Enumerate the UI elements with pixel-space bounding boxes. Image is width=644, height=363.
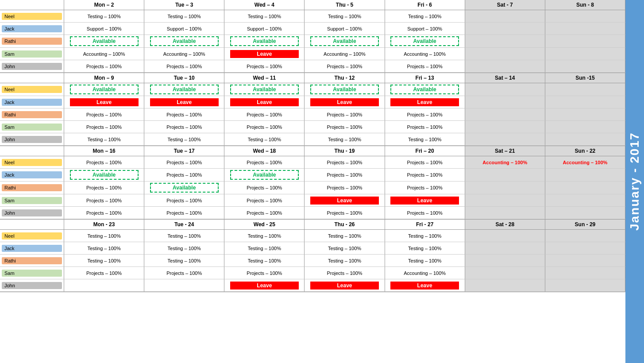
person-row-w3-r4: JohnLeaveLeaveLeave [0,279,625,292]
cell-text-value: Projects – 100% [86,64,122,69]
cell-w1-r3-d0: Projects – 100% [64,121,144,133]
cell-text-value: Testing – 100% [408,14,441,19]
cell-w3-r2-d1: Testing – 100% [144,255,224,267]
cell-text-value: Projects – 100% [407,64,443,69]
week-block-2: Mon – 16Tue – 17Wed – 18Thu - 19Fri – 20… [0,146,625,220]
cell-text-red-value: Accounting – 100% [482,160,527,165]
name-label-sam: Sam [2,270,62,277]
week-header-0: Mon – 2Tue – 3Wed – 4Thu - 5Fri - 6Sat -… [0,0,625,10]
leave-badge: Leave [310,282,379,290]
cell-w1-r3-d3: Projects – 100% [305,121,385,133]
available-badge: Available [150,36,219,46]
cell-w1-r1-d6 [545,96,625,108]
cell-text-value: Testing – 100% [408,137,441,142]
cell-w1-r3-d5 [465,121,545,133]
cell-w1-r2-d6 [545,108,625,121]
cell-w1-r1-d1: Leave [144,96,224,108]
week-header-2: Mon – 16Tue – 17Wed – 18Thu - 19Fri – 20… [0,146,625,156]
available-badge: Available [390,85,459,94]
leave-badge: Leave [230,50,299,58]
day-header-w1-d4: Fri – 13 [385,73,465,83]
cell-w2-r4-d6 [545,207,625,219]
day-header-w3-d1: Tue - 24 [144,220,224,229]
cell-text-value: Support – 100% [167,26,202,31]
cell-w0-r4-d0: Projects – 100% [64,60,144,73]
week-block-3: Mon - 23Tue - 24Wed - 25Thu - 26Fri - 27… [0,220,625,292]
cell-text-value: Projects – 100% [166,160,202,165]
cell-w1-r0-d5 [465,83,545,96]
cell-w0-r4-d5 [465,60,545,73]
day-header-w3-d3: Thu - 26 [305,220,385,229]
cell-text-value: Testing – 100% [87,246,120,251]
cell-w1-r3-d6 [545,121,625,133]
cell-w0-r0-d1: Testing – 100% [144,10,224,23]
name-label-john: John [2,136,62,143]
cell-w2-r1-d2: Available [224,169,305,182]
cell-w3-r2-d5 [465,255,545,267]
cell-w2-r4-d2: Projects – 100% [224,207,305,219]
name-label-rathi: Rathi [2,111,62,118]
cell-text-value: Projects – 100% [86,112,122,117]
name-col-john-w3: John [0,279,64,292]
cell-text-value: Projects – 100% [86,124,122,130]
cell-w3-r4-d5 [465,279,545,292]
day-header-w0-d4: Fri - 6 [385,0,465,10]
cell-w0-r4-d3: Projects – 100% [305,60,385,73]
cell-text-value: Projects – 100% [407,124,443,130]
cell-w1-r0-d0: Available [64,83,144,96]
cell-text-value: Projects – 100% [166,64,202,69]
leave-badge: Leave [390,282,459,290]
cell-w0-r1-d2: Support – 100% [224,23,305,35]
cell-w2-r2-d5 [465,182,545,194]
cell-w1-r4-d1: Testing – 100% [144,133,224,146]
name-col-neel-w2: Neel [0,156,64,169]
cell-w2-r4-d1: Projects – 100% [144,207,224,219]
name-col-rathi-w0: Rathi [0,35,64,48]
name-col-neel-w0: Neel [0,10,64,23]
cell-text-value: Support – 100% [247,26,282,31]
cell-text-value: Projects – 100% [166,270,202,276]
cell-w1-r0-d6 [545,83,625,96]
cell-w3-r4-d0 [64,279,144,292]
cell-text-value: Projects – 100% [166,124,202,130]
cell-w2-r0-d5: Accounting – 100% [465,156,545,169]
cell-w2-r2-d2: Projects – 100% [224,182,305,194]
day-header-w2-d3: Thu - 19 [305,146,385,156]
day-header-w3-d6: Sun - 29 [545,220,625,229]
cell-text-value: Projects – 100% [247,160,282,165]
cell-w3-r1-d6 [545,242,625,255]
available-badge: Available [70,85,139,94]
cell-w0-r0-d2: Testing – 100% [224,10,305,23]
day-header-w0-d2: Wed – 4 [224,0,305,10]
cell-text-value: Projects – 100% [247,112,282,117]
day-header-w0-d5: Sat - 7 [465,0,545,10]
cell-w3-r3-d2: Projects – 100% [224,267,305,279]
cell-w2-r2-d4: Projects – 100% [385,182,465,194]
name-col-neel-w3: Neel [0,230,64,242]
cell-text-value: Testing – 100% [328,233,361,239]
cell-w1-r3-d1: Projects – 100% [144,121,224,133]
cell-text-value: Testing – 100% [168,246,201,251]
available-badge: Available [230,36,299,46]
cell-w1-r0-d1: Available [144,83,224,96]
cell-w2-r4-d3: Projects – 100% [305,207,385,219]
name-col-neel-w1: Neel [0,83,64,96]
cell-text-value: Projects – 100% [247,124,282,130]
cell-w3-r1-d2: Testing – 100% [224,242,305,255]
available-badge: Available [310,36,379,46]
cell-w0-r1-d1: Support – 100% [144,23,224,35]
name-label-neel: Neel [2,232,62,239]
cell-w2-r1-d1: Projects – 100% [144,169,224,182]
day-header-w1-d2: Wed – 11 [224,73,305,83]
cell-text-value: Testing – 100% [168,258,201,263]
cell-w3-r0-d6 [545,230,625,242]
cell-text-value: Projects – 100% [86,198,122,203]
cell-w3-r0-d5 [465,230,545,242]
available-badge: Available [150,183,219,193]
cell-w0-r1-d4: Support – 100% [385,23,465,35]
cell-w1-r2-d3: Projects – 100% [305,108,385,121]
cell-text-value: Testing – 100% [248,233,281,239]
cell-text-value: Testing – 100% [168,137,201,142]
cell-w1-r0-d2: Available [224,83,305,96]
cell-w3-r0-d4: Testing – 100% [385,230,465,242]
